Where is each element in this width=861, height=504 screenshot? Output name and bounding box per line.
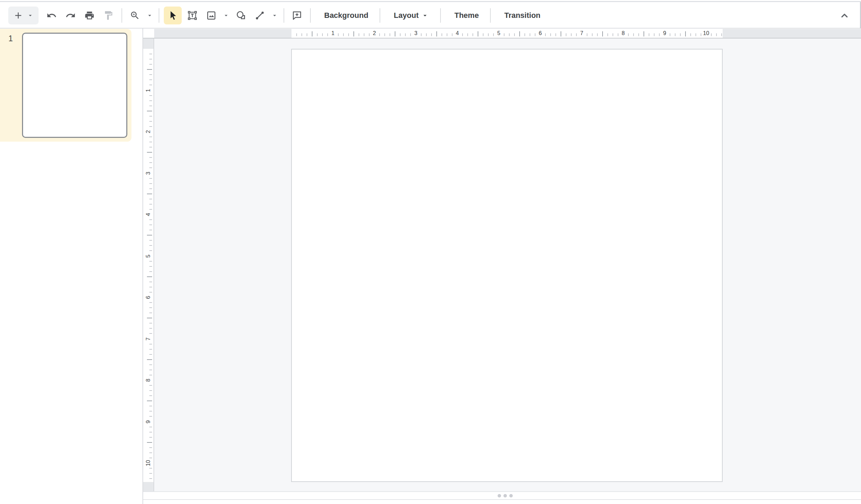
ruler-tick: [721, 33, 722, 36]
ruler-outside-page-top: [143, 39, 153, 49]
ruler-tick: [649, 33, 649, 36]
ruler-tick: [149, 74, 152, 75]
ruler-tick: [149, 204, 152, 205]
toolbar-separator: [310, 8, 311, 23]
chevron-down-icon: [27, 12, 34, 19]
insert-image-button[interactable]: [203, 7, 220, 24]
ruler-tick: [149, 395, 152, 396]
ruler-tick: [147, 318, 152, 318]
ruler-tick: [149, 266, 152, 267]
ruler-tick: [149, 199, 152, 199]
slide-page[interactable]: [291, 49, 723, 482]
vertical-ruler: 12345678910: [143, 39, 153, 491]
zoom-dropdown-button[interactable]: [146, 7, 154, 24]
ruler-tick: [149, 64, 152, 65]
background-button[interactable]: Background: [315, 7, 377, 24]
ruler-tick: [149, 240, 152, 241]
image-dropdown-button[interactable]: [222, 7, 230, 24]
canvas-area[interactable]: [154, 39, 861, 491]
ruler-tick: [147, 69, 152, 70]
paint-format-button[interactable]: [100, 7, 117, 24]
new-slide-button[interactable]: [8, 7, 39, 24]
ruler-tick: [149, 411, 152, 412]
ruler-tick: [519, 31, 520, 36]
ruler-tick: [654, 33, 655, 36]
ruler-tick: [147, 359, 152, 360]
zoom-button[interactable]: [127, 7, 143, 24]
ruler-tick: [530, 33, 530, 36]
ruler-tick: [550, 33, 551, 36]
transition-button[interactable]: Transition: [495, 7, 549, 24]
toolbar-collapse-button[interactable]: [836, 7, 853, 24]
ruler-number: 10: [145, 458, 151, 468]
ruler-number: 4: [456, 29, 459, 38]
ruler-tick: [400, 33, 401, 36]
redo-icon: [65, 10, 76, 21]
insert-shape-button[interactable]: [233, 7, 249, 24]
ruler-tick: [695, 33, 696, 36]
notes-resize-handle[interactable]: [495, 494, 515, 498]
toolbar-separator: [159, 8, 159, 23]
chevron-down-icon: [223, 12, 230, 19]
ruler-tick: [149, 328, 152, 329]
ruler-tick: [395, 31, 395, 36]
ruler-tick: [493, 33, 494, 36]
ruler-tick: [149, 468, 152, 469]
ruler-tick: [149, 147, 152, 147]
ruler-tick: [149, 157, 152, 158]
zoom-icon: [130, 10, 140, 21]
insert-line-button[interactable]: [252, 7, 268, 24]
ruler-tick: [566, 33, 566, 36]
ruler-tick: [149, 245, 152, 246]
toolbar-separator: [490, 8, 491, 23]
slide-thumbnail[interactable]: [22, 33, 127, 138]
insert-shape-icon: [236, 10, 246, 21]
ruler-tick: [369, 33, 370, 36]
ruler-tick: [680, 33, 681, 36]
select-tool-button[interactable]: [164, 7, 182, 24]
theme-button[interactable]: Theme: [445, 7, 488, 24]
ruler-tick: [149, 385, 152, 386]
ruler-tick: [338, 33, 339, 36]
filmstrip-panel[interactable]: 1: [0, 29, 142, 504]
ruler-number: 5: [145, 251, 151, 261]
paint-format-icon: [103, 10, 114, 21]
ruler-number: 2: [145, 127, 151, 137]
ruler-tick: [711, 33, 712, 36]
ruler-number: 1: [331, 29, 334, 38]
ruler-tick: [149, 121, 152, 122]
ruler-tick: [442, 33, 442, 36]
ruler-tick: [390, 33, 390, 36]
undo-button[interactable]: [43, 7, 60, 24]
ruler-tick: [576, 33, 577, 36]
ruler-tick: [633, 33, 634, 36]
ruler-tick: [638, 33, 639, 36]
insert-comment-button[interactable]: [289, 7, 305, 24]
redo-button[interactable]: [62, 7, 79, 24]
line-dropdown-button[interactable]: [270, 7, 279, 24]
layout-button[interactable]: Layout: [385, 7, 438, 24]
ruler-tick: [149, 261, 152, 262]
speaker-notes-bar: [143, 491, 861, 500]
ruler-number: 3: [145, 168, 151, 178]
dot-icon: [503, 494, 507, 497]
ruler-tick: [149, 344, 152, 344]
chevron-up-icon: [839, 10, 850, 21]
ruler-number: 2: [373, 29, 376, 38]
text-box-button[interactable]: [184, 7, 201, 24]
ruler-tick: [312, 31, 312, 36]
ruler-tick: [348, 33, 349, 36]
toolbar-separator: [380, 8, 380, 23]
ruler-tick: [504, 33, 504, 36]
ruler-tick: [149, 287, 152, 287]
ruler-tick: [535, 33, 535, 36]
toolbar-separator: [284, 8, 284, 23]
ruler-tick: [301, 33, 302, 36]
ruler-tick: [149, 188, 152, 189]
ruler-tick: [317, 33, 318, 36]
ruler-tick: [149, 370, 152, 370]
print-button[interactable]: [81, 7, 98, 24]
slide-thumbnail-entry-selected[interactable]: 1: [0, 29, 131, 142]
ruler-tick: [149, 302, 152, 303]
ruler-tick: [149, 162, 152, 163]
